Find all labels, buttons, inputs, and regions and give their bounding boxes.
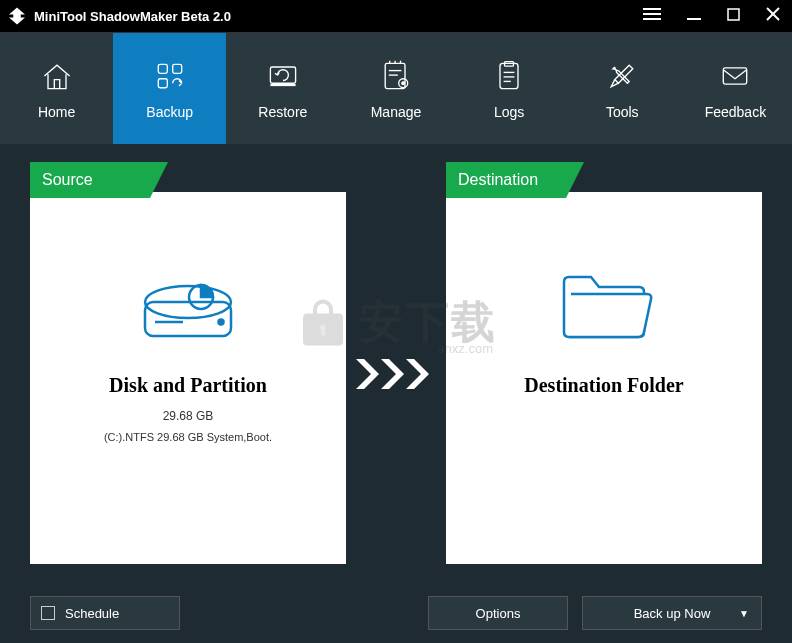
destination-header-label: Destination — [446, 162, 566, 198]
tab-backup-label: Backup — [146, 104, 193, 120]
manage-icon — [378, 58, 414, 94]
schedule-label: Schedule — [65, 606, 119, 621]
tab-tools-label: Tools — [606, 104, 639, 120]
svg-rect-25 — [724, 67, 747, 83]
source-title: Disk and Partition — [30, 374, 346, 397]
svg-rect-7 — [158, 64, 167, 73]
tab-backup[interactable]: Backup — [113, 33, 226, 144]
source-detail: (C:).NTFS 29.68 GB System,Boot. — [30, 431, 346, 443]
app-logo-icon — [8, 7, 26, 25]
main-nav: Home Backup Restore Manage Logs — [0, 32, 792, 144]
tools-icon — [604, 58, 640, 94]
folder-icon — [446, 192, 762, 362]
svg-rect-20 — [500, 63, 518, 88]
destination-title: Destination Folder — [446, 374, 762, 397]
window-title: MiniTool ShadowMaker Beta 2.0 — [34, 9, 639, 24]
tab-feedback-label: Feedback — [705, 104, 766, 120]
source-size: 29.68 GB — [30, 409, 346, 423]
destination-header: Destination — [446, 162, 566, 198]
svg-rect-9 — [158, 78, 167, 87]
logs-icon — [491, 58, 527, 94]
svg-rect-8 — [172, 64, 181, 73]
svg-rect-4 — [728, 9, 739, 20]
destination-panel[interactable]: Destination Destination Folder — [446, 192, 762, 564]
feedback-icon — [717, 58, 753, 94]
tab-tools[interactable]: Tools — [566, 33, 679, 144]
tab-manage[interactable]: Manage — [339, 33, 452, 144]
tab-manage-label: Manage — [371, 104, 422, 120]
titlebar: MiniTool ShadowMaker Beta 2.0 — [0, 0, 792, 32]
backup-now-label: Back up Now — [634, 606, 711, 621]
maximize-icon[interactable] — [723, 3, 744, 29]
menu-icon[interactable] — [639, 3, 665, 29]
backup-icon — [152, 58, 188, 94]
tab-home-label: Home — [38, 104, 75, 120]
home-icon — [39, 58, 75, 94]
arrow-icon — [346, 192, 446, 556]
schedule-button[interactable]: Schedule — [30, 596, 180, 630]
svg-point-19 — [402, 81, 405, 84]
tab-feedback[interactable]: Feedback — [679, 33, 792, 144]
restore-icon — [265, 58, 301, 94]
options-button[interactable]: Options — [428, 596, 568, 630]
svg-point-30 — [219, 320, 224, 325]
close-icon[interactable] — [762, 3, 784, 29]
tab-logs-label: Logs — [494, 104, 524, 120]
bottom-bar: Schedule Options Back up Now ▼ — [0, 583, 792, 643]
dropdown-arrow-icon[interactable]: ▼ — [739, 608, 749, 619]
options-label: Options — [476, 606, 521, 621]
tab-home[interactable]: Home — [0, 33, 113, 144]
tab-logs[interactable]: Logs — [453, 33, 566, 144]
tab-restore-label: Restore — [258, 104, 307, 120]
source-header-label: Source — [30, 162, 150, 198]
window-controls — [639, 3, 784, 29]
source-header: Source — [30, 162, 150, 198]
destination-panel-wrap: Destination Destination Folder — [446, 162, 762, 556]
backup-now-button[interactable]: Back up Now ▼ — [582, 596, 762, 630]
tab-restore[interactable]: Restore — [226, 33, 339, 144]
schedule-checkbox[interactable] — [41, 606, 55, 620]
main-content: Source Disk and Partition 29.68 GB (C:).… — [0, 144, 792, 574]
disk-icon — [30, 192, 346, 362]
minimize-icon[interactable] — [683, 3, 705, 29]
source-panel[interactable]: Source Disk and Partition 29.68 GB (C:).… — [30, 192, 346, 564]
source-panel-wrap: Source Disk and Partition 29.68 GB (C:).… — [30, 162, 346, 556]
